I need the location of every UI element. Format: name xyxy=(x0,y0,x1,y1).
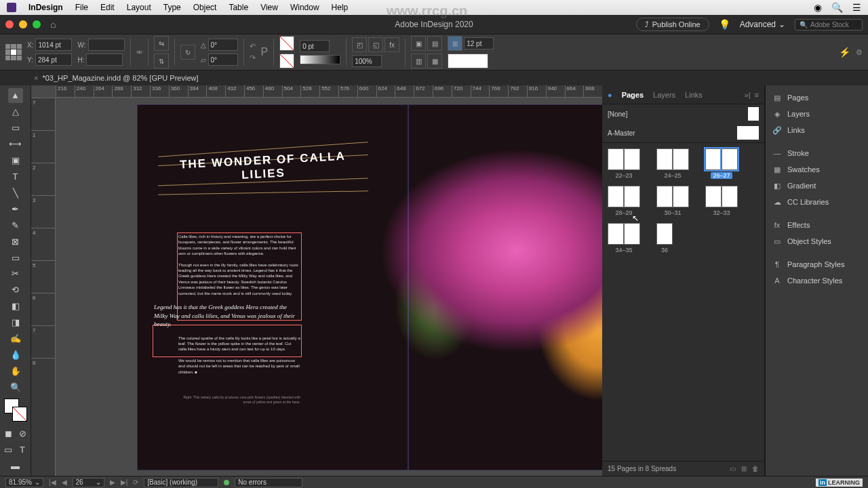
canvas[interactable]: 2162402642883123363603844084324564805045… xyxy=(31,85,602,476)
dock-pages[interactable]: ▤Pages xyxy=(766,89,868,106)
format-container-icon[interactable]: ▭ xyxy=(1,442,15,457)
spread-item[interactable]: 22–23 xyxy=(608,148,640,179)
app-name[interactable]: InDesign xyxy=(28,3,63,12)
spread-item[interactable]: 32–33 xyxy=(705,186,738,216)
bg-swatch[interactable] xyxy=(448,54,488,68)
corner-icon[interactable]: ◰ xyxy=(352,37,367,52)
page-field[interactable]: 26 ⌄ xyxy=(73,478,104,487)
prefs-icon[interactable]: ⚙ xyxy=(856,48,863,57)
spread[interactable]: THE WONDER OF CALLA LILIES Calla lilies,… xyxy=(137,104,602,470)
flip-v-icon[interactable]: ⇅ xyxy=(154,54,169,68)
next-page-icon[interactable]: ▶ xyxy=(110,479,115,486)
line-tool[interactable]: ╲ xyxy=(8,185,23,200)
collapse-icon[interactable]: »| xyxy=(745,91,751,99)
search-icon[interactable]: 🔍 xyxy=(831,2,843,13)
page-tool[interactable]: ▭ xyxy=(8,121,23,136)
p-styles-icon[interactable]: P xyxy=(261,46,269,58)
panel-tab-layers[interactable]: Layers xyxy=(653,91,675,99)
master-a[interactable]: A-Master xyxy=(602,123,764,142)
panel-tab-pages[interactable]: Pages xyxy=(622,91,644,99)
hand-tool[interactable]: ✋ xyxy=(8,363,23,378)
adobe-stock-search[interactable]: 🔍 Adobe Stock xyxy=(795,19,863,30)
menu-table[interactable]: Table xyxy=(229,3,248,12)
align-icon[interactable]: ⊞ xyxy=(448,36,462,51)
fill-swatch[interactable] xyxy=(279,36,294,51)
vertical-ruler[interactable]: 712345678 xyxy=(31,98,56,476)
redo-icon[interactable]: ↷ xyxy=(250,54,256,62)
dock-character-styles[interactable]: ACharacter Styles xyxy=(766,272,868,289)
prev-page-icon[interactable]: ◀ xyxy=(62,479,67,486)
spread-item[interactable]: 36 xyxy=(656,223,673,253)
edit-page-size-icon[interactable]: ▭ xyxy=(730,465,736,472)
dock-effects[interactable]: fxEffects xyxy=(766,217,868,233)
view-mode-icon[interactable]: ▬ xyxy=(8,458,23,473)
wrap-shape-icon[interactable]: ▥ xyxy=(411,54,426,68)
type-tool[interactable]: T xyxy=(8,169,23,184)
spread-item[interactable]: 24–25 xyxy=(656,148,689,179)
shear-field[interactable] xyxy=(208,54,238,66)
master-none[interactable]: [None] xyxy=(602,104,764,123)
stroke-swatch[interactable] xyxy=(279,54,294,68)
wrap-jump-icon[interactable]: ▦ xyxy=(427,54,442,68)
tips-icon[interactable]: 💡 xyxy=(719,19,730,30)
wrap-none-icon[interactable]: ▣ xyxy=(411,36,426,51)
workspace-selector[interactable]: Advanced ⌄ xyxy=(740,20,785,29)
close-icon[interactable]: × xyxy=(34,74,38,82)
scissors-tool[interactable]: ✂ xyxy=(8,266,23,281)
dock-paragraph-styles[interactable]: ¶Paragraph Styles xyxy=(766,256,868,272)
rectangle-tool[interactable]: ▭ xyxy=(8,250,23,265)
home-icon[interactable]: ⌂ xyxy=(50,19,56,30)
dock-stroke[interactable]: —Stroke xyxy=(766,145,868,161)
panel-menu-icon[interactable]: ≡ xyxy=(755,91,759,99)
rectangle-frame-tool[interactable]: ⊠ xyxy=(8,234,23,249)
dock-swatches[interactable]: ▦Swatches xyxy=(766,161,868,178)
direct-select-tool[interactable]: △ xyxy=(8,104,23,119)
wrap-bound-icon[interactable]: ▤ xyxy=(427,36,442,51)
window-zoom-icon[interactable] xyxy=(33,20,41,28)
content-collector-tool[interactable]: ▣ xyxy=(8,153,23,168)
stroke-weight-field[interactable] xyxy=(300,40,330,52)
pencil-tool[interactable]: ✎ xyxy=(8,218,23,232)
dock-layers[interactable]: ◈Layers xyxy=(766,106,868,122)
format-text-icon[interactable]: T xyxy=(16,442,29,457)
hamburger-icon[interactable]: ☰ xyxy=(852,2,861,13)
first-page-icon[interactable]: |◀ xyxy=(49,479,56,486)
menu-object[interactable]: Object xyxy=(193,3,217,12)
spread-item[interactable]: 26–27 xyxy=(705,148,738,179)
last-page-icon[interactable]: ▶| xyxy=(121,479,128,486)
eyedropper-tool[interactable]: 💧 xyxy=(8,348,23,363)
w-field[interactable] xyxy=(88,39,125,51)
selection-tool[interactable]: ▲ xyxy=(8,88,23,103)
menu-view[interactable]: View xyxy=(260,3,278,12)
preflight-profile[interactable]: [Basic] (working) xyxy=(144,478,218,487)
spread-item[interactable]: 28–29 xyxy=(608,186,640,216)
horizontal-ruler[interactable]: 2162402642883123363603844084324564805045… xyxy=(56,85,602,98)
free-transform-tool[interactable]: ⟲ xyxy=(8,283,23,298)
window-close-icon[interactable] xyxy=(5,20,14,28)
menu-type[interactable]: Type xyxy=(163,3,181,12)
gradient-feather-tool[interactable]: ◨ xyxy=(8,315,23,330)
rotate-field[interactable] xyxy=(208,39,238,51)
constrain-icon[interactable]: ⚮ xyxy=(136,48,142,57)
y-field[interactable] xyxy=(35,54,72,66)
x-field[interactable] xyxy=(35,39,72,51)
dock-cc-libraries[interactable]: ☁CC Libraries xyxy=(766,194,868,210)
pen-tool[interactable]: ✒ xyxy=(8,201,23,216)
apply-none-icon[interactable]: ⊘ xyxy=(16,426,29,441)
corner2-icon[interactable]: ◱ xyxy=(368,37,383,52)
zoom-tool[interactable]: 🔍 xyxy=(8,380,23,394)
reference-point-grid[interactable] xyxy=(5,44,22,60)
gap-field[interactable] xyxy=(464,37,494,49)
delete-page-icon[interactable]: 🗑 xyxy=(752,465,759,472)
menu-window[interactable]: Window xyxy=(290,3,319,12)
fill-stroke-control[interactable] xyxy=(4,399,27,422)
gpu-icon[interactable]: ⚡ xyxy=(839,47,850,58)
menu-layout[interactable]: Layout xyxy=(127,3,151,12)
open-icon[interactable]: ⟳ xyxy=(133,479,138,486)
fx-icon[interactable]: fx xyxy=(384,37,399,52)
h-field[interactable] xyxy=(86,54,123,66)
cloud-icon[interactable]: ◉ xyxy=(814,2,822,13)
gap-tool[interactable]: ⟷ xyxy=(8,137,23,152)
gradient-swatch-tool[interactable]: ◧ xyxy=(8,299,23,314)
stroke-style[interactable] xyxy=(300,55,340,64)
